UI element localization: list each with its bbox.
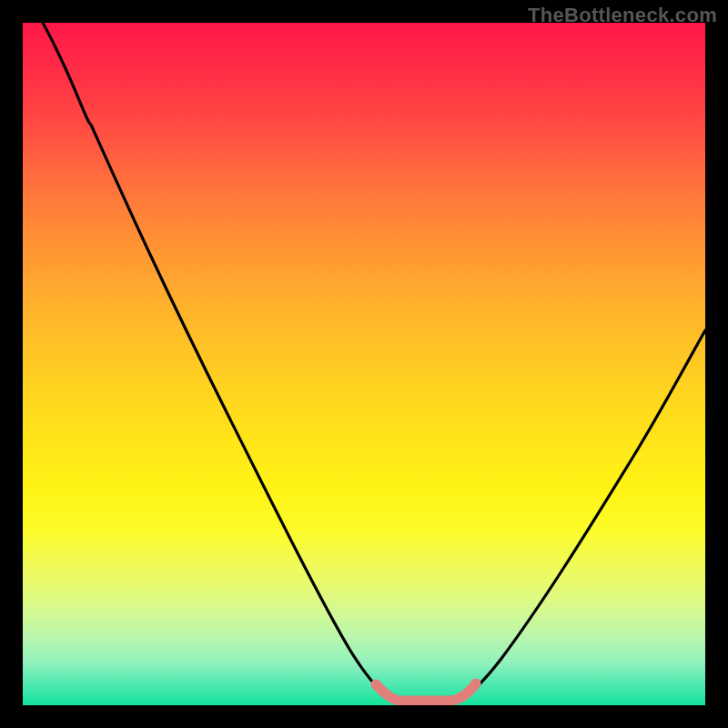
curve-path bbox=[43, 23, 705, 701]
watermark-text: TheBottleneck.com bbox=[528, 4, 717, 27]
chart-frame: TheBottleneck.com bbox=[0, 0, 728, 728]
bottleneck-curve bbox=[23, 23, 705, 705]
flat-bottom-marker bbox=[376, 683, 476, 701]
plot-area bbox=[23, 23, 705, 705]
